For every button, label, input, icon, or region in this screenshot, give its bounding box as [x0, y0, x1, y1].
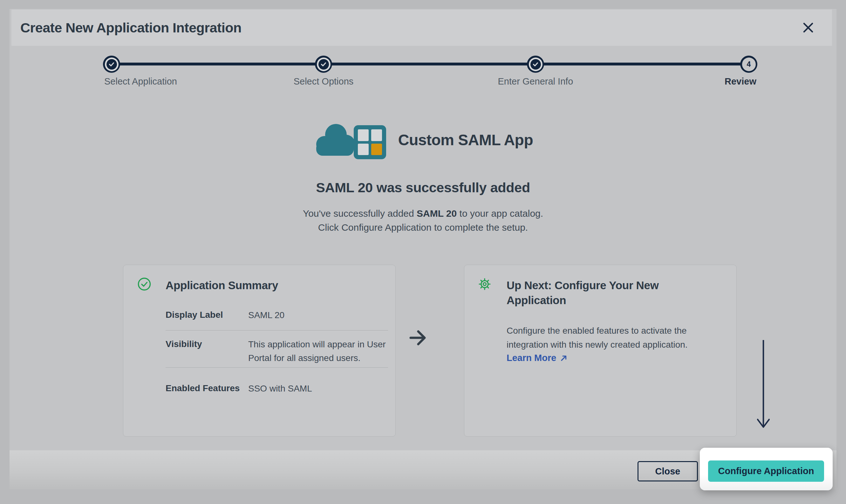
step-3-indicator-complete[interactable] [527, 56, 544, 73]
success-subtext: You've successfully added SAML 20 to you… [0, 206, 846, 235]
create-app-integration-dialog: Create New Application Integration [0, 0, 846, 504]
tutorial-spotlight: Configure Application [700, 448, 833, 490]
app-logo: Custom SAML App [0, 120, 846, 160]
up-next-card-body: Configure the enabled features to activa… [507, 324, 713, 352]
step-label-select-options[interactable]: Select Options [294, 76, 354, 87]
app-logo-text: Custom SAML App [398, 131, 533, 149]
dialog-title: Create New Application Integration [20, 10, 241, 46]
summary-rows: Display Label SAML 20 Visibility This ap… [166, 306, 388, 402]
custom-saml-app-logo-icon [313, 120, 387, 160]
check-circle-icon [137, 277, 151, 292]
stepper-progress-line [111, 62, 749, 66]
summary-row-visibility: Visibility This application will appear … [166, 330, 388, 368]
arrow-down-annotation-icon [757, 339, 770, 431]
summary-row-display-label: Display Label SAML 20 [166, 306, 388, 330]
summary-row-enabled-features: Enabled Features SSO with SAML [166, 368, 388, 402]
up-next-card-title: Up Next: Configure Your New Application [507, 278, 707, 308]
close-button[interactable]: Close [637, 461, 698, 482]
learn-more-link[interactable]: Learn More [507, 353, 568, 363]
check-icon [532, 61, 539, 68]
external-link-arrow-icon [560, 354, 568, 362]
step-label-enter-general-info[interactable]: Enter General Info [498, 76, 573, 87]
check-icon [108, 61, 115, 68]
app-name-bold: SAML 20 [417, 208, 457, 219]
step-label-review[interactable]: Review [725, 76, 756, 87]
check-icon [320, 61, 327, 68]
arrow-right-icon [409, 328, 428, 349]
gear-icon [478, 277, 492, 292]
cloud-icon [313, 121, 358, 158]
success-line-2: Click Configure Application to complete … [0, 220, 846, 235]
step-1-indicator-complete[interactable] [103, 56, 120, 73]
step-2-indicator-complete[interactable] [315, 56, 332, 73]
app-grid-icon [354, 125, 386, 159]
close-icon[interactable] [799, 19, 817, 36]
up-next-card: Up Next: Configure Your New Application … [464, 265, 737, 437]
application-summary-card: Application Summary Display Label SAML 2… [123, 265, 396, 437]
success-heading: SAML 20 was successfully added [0, 180, 846, 195]
success-line-1: You've successfully added SAML 20 to you… [0, 206, 846, 220]
configure-application-button[interactable]: Configure Application [708, 461, 824, 482]
step-4-indicator-current[interactable]: 4 [740, 56, 757, 73]
summary-card-title: Application Summary [166, 278, 366, 293]
step-label-select-application[interactable]: Select Application [104, 76, 177, 87]
modal-header: Create New Application Integration [12, 10, 832, 46]
